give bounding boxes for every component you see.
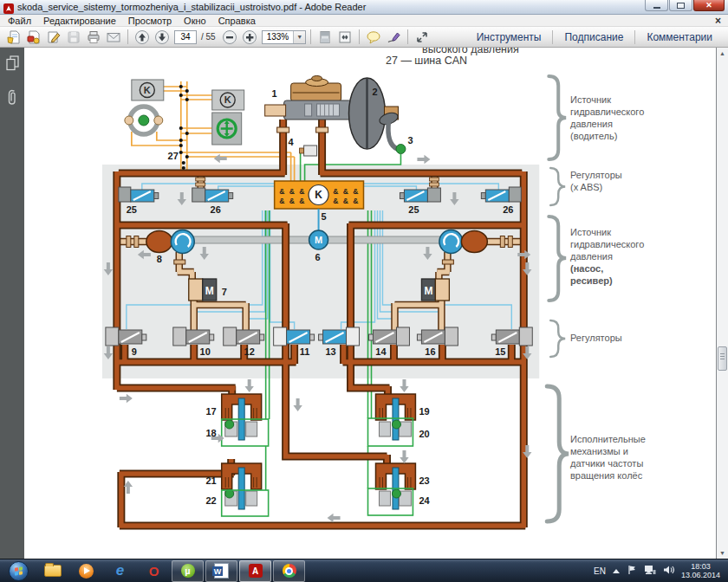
- menu-bar: Файл Редактирование Просмотр Окно Справк…: [0, 15, 728, 27]
- scrollbar-thumb[interactable]: [718, 346, 727, 371]
- scroll-down-icon[interactable]: ▼: [717, 547, 728, 559]
- email-button[interactable]: [104, 29, 123, 46]
- component-number-23: 23: [419, 475, 429, 486]
- component-number-6: 6: [315, 252, 321, 262]
- menu-help[interactable]: Справка: [212, 16, 262, 26]
- minimize-button[interactable]: [645, 0, 668, 11]
- restore-button[interactable]: [669, 0, 692, 11]
- taskbar-item-media-player[interactable]: [70, 560, 102, 582]
- adobe-reader-icon: A: [249, 564, 263, 578]
- scroll-up-icon[interactable]: ▲: [717, 48, 728, 59]
- network-icon[interactable]: [644, 563, 656, 579]
- sign-document-button[interactable]: [44, 29, 63, 46]
- create-pdf-button[interactable]: [24, 29, 43, 46]
- print-button[interactable]: [84, 29, 103, 46]
- previous-page-button[interactable]: [133, 29, 152, 46]
- volume-icon[interactable]: [663, 563, 674, 579]
- wheel-speed-sensor-dot: [225, 420, 234, 429]
- ecu-logic-symbols: & & &: [279, 197, 306, 205]
- action-center-flag-icon[interactable]: [627, 563, 637, 579]
- title-bar: skoda_service_sistemy_tormozheniya_i_sta…: [0, 0, 728, 15]
- vertical-scrollbar[interactable]: ▲ ▼: [717, 48, 728, 559]
- minimize-icon: [653, 7, 660, 9]
- adobe-reader-app-icon: [3, 2, 14, 12]
- valve-15: [491, 327, 532, 346]
- abs-control-unit: & & & & & & & & & & & & K: [275, 181, 364, 209]
- annotation-source-pump-text: Источник гидравлического давления: [570, 226, 700, 262]
- component-number-1: 1: [272, 88, 277, 99]
- annotation-braces: [547, 76, 569, 521]
- scrolling-mode-button[interactable]: [315, 29, 335, 46]
- language-indicator[interactable]: EN: [594, 566, 606, 576]
- menu-file[interactable]: Файл: [2, 16, 37, 26]
- open-file-button[interactable]: [4, 29, 23, 46]
- taskbar-item-opera[interactable]: O: [138, 560, 170, 582]
- annotation-source-pump-bold: (насос, ресивер): [570, 262, 700, 287]
- page-thumbnails-icon[interactable]: [5, 55, 20, 74]
- attachments-paperclip-icon[interactable]: [6, 88, 18, 111]
- next-page-button[interactable]: [153, 29, 172, 46]
- clock[interactable]: 18:03 13.06.2014: [681, 562, 720, 579]
- taskbar-item-utorrent[interactable]: µ: [172, 560, 204, 582]
- taskbar-item-word[interactable]: W: [205, 560, 237, 582]
- signature-pen-button[interactable]: [384, 29, 403, 46]
- valve-11: [274, 327, 315, 346]
- fit-page-button[interactable]: [335, 29, 354, 46]
- desktop-screen: skoda_service_sistemy_tormozheniya_i_sta…: [0, 0, 728, 582]
- wheel-speed-sensor-dot: [392, 420, 400, 429]
- wheel-brake-front-right: [375, 394, 415, 440]
- zoom-in-button[interactable]: [240, 29, 259, 46]
- menu-window[interactable]: Окно: [178, 16, 212, 26]
- close-button[interactable]: ✕: [693, 0, 725, 11]
- zoom-dropdown-arrow-icon[interactable]: ▼: [293, 31, 305, 43]
- accumulator-left: M: [189, 279, 217, 301]
- menu-edit[interactable]: Редактирование: [37, 16, 122, 26]
- k-symbol: K: [224, 94, 231, 105]
- expand-view-button[interactable]: [413, 29, 432, 46]
- save-icon: [66, 29, 81, 45]
- sign-panel-button[interactable]: Подписание: [553, 31, 634, 43]
- scrolling-mode-icon: [317, 29, 333, 45]
- brake-light-switch: [300, 146, 317, 156]
- k-symbol: K: [315, 189, 322, 201]
- zoom-level-select[interactable]: 133% ▼: [262, 30, 307, 44]
- esp-unit-box: [212, 113, 242, 145]
- valve-14: [369, 327, 410, 346]
- component-number-3: 3: [407, 135, 413, 146]
- save-button[interactable]: [64, 29, 83, 46]
- accumulator-right: M: [421, 279, 449, 301]
- component-number-21: 21: [206, 475, 217, 486]
- component-number-2: 2: [372, 87, 377, 97]
- component-number-26l: 26: [211, 204, 221, 215]
- ecu-logic-symbols: & & &: [333, 187, 360, 196]
- tools-panel-button[interactable]: Инструменты: [465, 31, 553, 43]
- valve-12: [224, 327, 264, 346]
- hidden-icons-chevron-icon[interactable]: [613, 569, 620, 573]
- sign-document-icon: [46, 29, 62, 45]
- taskbar-item-adobe-reader[interactable]: A: [239, 560, 271, 582]
- ecu-logic-symbols: & & &: [279, 187, 306, 196]
- zoom-out-button[interactable]: [220, 29, 239, 46]
- wheel-brake-front-left: [222, 394, 262, 440]
- taskbar-item-internet-explorer[interactable]: e: [104, 560, 136, 582]
- comment-bubble-button[interactable]: [364, 29, 383, 46]
- menu-view[interactable]: Просмотр: [122, 16, 178, 26]
- valve-13: [319, 327, 360, 346]
- internet-explorer-icon: e: [116, 562, 124, 579]
- comment-panel-button[interactable]: Комментарии: [635, 31, 724, 43]
- component-number-13: 13: [325, 346, 335, 357]
- page-number-input[interactable]: [174, 30, 197, 44]
- opera-icon: O: [149, 564, 159, 579]
- spring-symbol: M: [205, 285, 214, 297]
- start-button[interactable]: [3, 560, 35, 582]
- annotation-source-pump: Источник гидравлического давления(насос,…: [570, 226, 700, 287]
- taskbar: e O µ W A EN 18:03 13.06.2014: [0, 559, 728, 582]
- component-number-10: 10: [200, 346, 211, 357]
- taskbar-item-chrome[interactable]: [273, 560, 305, 582]
- component-number-9: 9: [132, 346, 137, 357]
- control-unit-box-1: K: [132, 80, 164, 100]
- windows-explorer-icon: [44, 565, 62, 577]
- taskbar-item-explorer[interactable]: [36, 560, 68, 582]
- close-document-icon[interactable]: ×: [715, 16, 721, 25]
- utorrent-icon: µ: [181, 564, 195, 578]
